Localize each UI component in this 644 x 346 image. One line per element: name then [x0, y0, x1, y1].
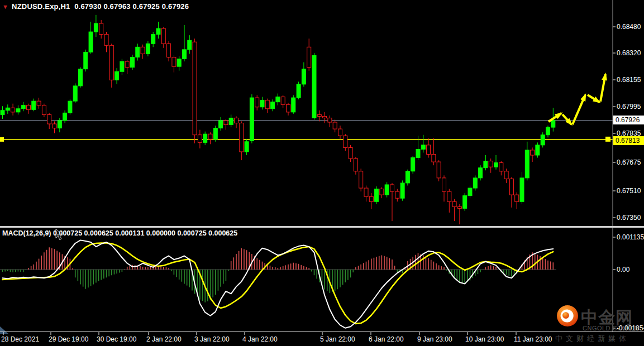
time-axis-label: 5 Jan 22:00 [320, 335, 355, 343]
time-axis-label: 9 Jan 23:00 [417, 335, 452, 343]
candle-body [219, 121, 223, 128]
candle-body [395, 191, 399, 198]
candle-body [473, 178, 477, 188]
candle-body [317, 114, 321, 116]
time-axis-label: 29 Dec 19:00 [49, 335, 88, 343]
candle-body [161, 28, 165, 44]
candle-body [276, 97, 280, 102]
candle-body [484, 161, 488, 168]
symbol-dropdown-icon: ▼ [2, 3, 8, 10]
candle-body [385, 185, 389, 195]
candle-body [551, 121, 555, 127]
candle-body [68, 101, 72, 113]
pane-separator[interactable] [0, 226, 644, 228]
macd-axis-label: 0.00 [617, 266, 629, 274]
time-axis-label: 2 Jan 22:00 [146, 335, 182, 343]
candle-body [349, 147, 352, 158]
candle-body [271, 102, 275, 109]
candle-body [255, 98, 259, 107]
candle-body [432, 155, 436, 162]
forecast-arrow[interactable] [600, 74, 605, 102]
candle-body [364, 188, 368, 196]
candle-body [203, 134, 207, 142]
price-axis-label: 0.67675 [617, 158, 641, 167]
mt4-chart-window: ▼NZDUSD.Exp,H1 0.67930 0.67963 0.67925 0… [0, 0, 644, 346]
candle-body [457, 206, 461, 208]
candle-body [260, 100, 264, 107]
candle-body [131, 57, 135, 67]
candle-body [47, 114, 51, 124]
time-axis-label: 10 Jan 23:00 [465, 335, 504, 343]
ohlc-values: 0.67930 0.67963 0.67925 0.67926 [74, 2, 189, 11]
candle-body [421, 145, 425, 150]
candle-body [156, 28, 160, 35]
candle-body [125, 61, 129, 68]
candle-body [328, 118, 332, 122]
support-level-price-box: 0.67813 [613, 136, 644, 145]
macd-axis-label: -0.001854 [617, 324, 644, 333]
candle-body [494, 163, 498, 167]
forecast-arrow[interactable] [573, 95, 585, 124]
candle-body [240, 123, 244, 152]
candle-body [338, 129, 342, 136]
candle-body [250, 98, 254, 141]
candle-body [287, 104, 290, 112]
candle-body [151, 35, 155, 44]
candle-body [136, 47, 140, 57]
candle-body [265, 100, 269, 109]
candle-body [369, 196, 373, 201]
candle-body [224, 121, 228, 125]
candle-body [167, 44, 171, 57]
macd-name: MACD(12,26,9) [2, 229, 51, 237]
candle-body [509, 179, 513, 195]
forecast-arrow[interactable] [562, 114, 571, 124]
candle-body [307, 47, 311, 67]
candle-body [177, 59, 181, 67]
candle-body [32, 101, 36, 109]
support-line-left-anchor[interactable] [0, 137, 4, 142]
macd-values: 0.000725 0.000625 0.000131 0.000000 0.00… [53, 229, 237, 237]
candle-body [198, 135, 202, 143]
candle-body [84, 52, 88, 69]
symbol-name: NZDUSD.Exp,H1 [12, 2, 70, 11]
candle-body [546, 127, 550, 135]
time-axis-label: 6 Jan 22:00 [369, 335, 404, 343]
candle-body [489, 161, 493, 167]
chart-title: ▼NZDUSD.Exp,H1 0.67930 0.67963 0.67925 0… [2, 2, 189, 11]
candle-body [172, 57, 176, 66]
candle-body [390, 185, 394, 191]
support-line-right-anchor[interactable] [605, 137, 610, 142]
price-axis-label: 0.68155 [617, 76, 641, 84]
candle-body [183, 50, 187, 59]
candle-body [525, 150, 529, 178]
candle-body [94, 23, 98, 32]
candle-body [245, 142, 249, 152]
candle-body [213, 128, 217, 140]
candle-body [536, 145, 540, 155]
candle-body [406, 171, 409, 183]
price-axis-label: 0.67510 [617, 187, 641, 195]
candle-body [73, 86, 77, 101]
candle-body [1, 110, 4, 115]
candle-body [359, 171, 363, 188]
candle-body [479, 168, 483, 178]
current-price-box: 0.67926 [613, 116, 644, 124]
candle-body [292, 98, 295, 112]
candle-body [141, 47, 145, 54]
price-axis-label: 0.68320 [617, 49, 641, 57]
candle-body [235, 118, 238, 123]
candle-body [468, 188, 472, 196]
candle-body [375, 189, 379, 202]
candle-body [208, 134, 212, 139]
chart-canvas[interactable] [0, 0, 644, 346]
candle-body [120, 61, 124, 71]
macd-main-line-white [3, 240, 554, 328]
candle-body [333, 122, 337, 129]
candle-body [463, 196, 467, 209]
pane-corner-triangle-icon [0, 326, 8, 334]
forecast-arrow[interactable] [588, 95, 599, 102]
price-axis-label: 0.67350 [617, 214, 641, 222]
candle-body [400, 183, 404, 198]
candle-body [16, 109, 20, 112]
candle-body [115, 71, 119, 80]
